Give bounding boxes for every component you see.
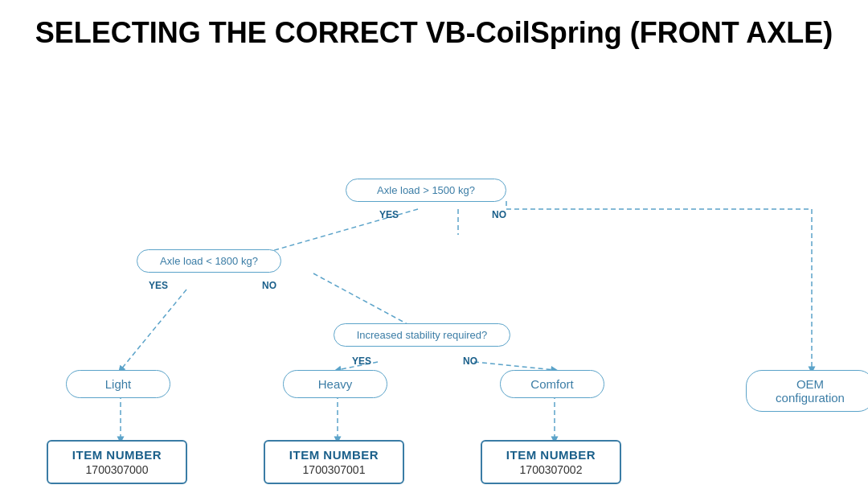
decision-stability: Increased stability required? [334, 323, 510, 347]
decision1-yes-label: YES [379, 209, 399, 220]
svg-line-5 [474, 362, 555, 370]
item-box-1: ITEM NUMBER 1700307000 [47, 440, 187, 484]
result-oem: OEM configuration [746, 370, 868, 412]
decision-axle-load-1800: Axle load < 1800 kg? [137, 249, 281, 273]
decision3-no-label: NO [463, 355, 477, 367]
item2-label: ITEM NUMBER [275, 448, 393, 462]
page-title: SELECTING THE CORRECT VB-CoilSpring (FRO… [24, 16, 844, 50]
decision1-no-label: NO [492, 209, 506, 220]
svg-line-2 [121, 290, 186, 370]
item-box-2: ITEM NUMBER 1700307001 [264, 440, 404, 484]
page: SELECTING THE CORRECT VB-CoilSpring (FRO… [0, 0, 868, 489]
diagram: Axle load > 1500 kg? YES NO Axle load < … [24, 74, 844, 460]
item-box-3: ITEM NUMBER 1700307002 [481, 440, 621, 484]
item1-label: ITEM NUMBER [58, 448, 176, 462]
result-heavy: Heavy [283, 370, 387, 398]
result-light: Light [66, 370, 170, 398]
svg-line-3 [313, 273, 418, 330]
decision3-yes-label: YES [352, 355, 371, 367]
item2-number: 1700307001 [275, 463, 393, 476]
item3-number: 1700307002 [492, 463, 610, 476]
decision2-no-label: NO [262, 280, 276, 291]
item3-label: ITEM NUMBER [492, 448, 610, 462]
decision-axle-load-1500: Axle load > 1500 kg? [346, 179, 506, 202]
decision2-yes-label: YES [149, 280, 168, 291]
item1-number: 1700307000 [58, 463, 176, 476]
result-comfort: Comfort [500, 370, 604, 398]
